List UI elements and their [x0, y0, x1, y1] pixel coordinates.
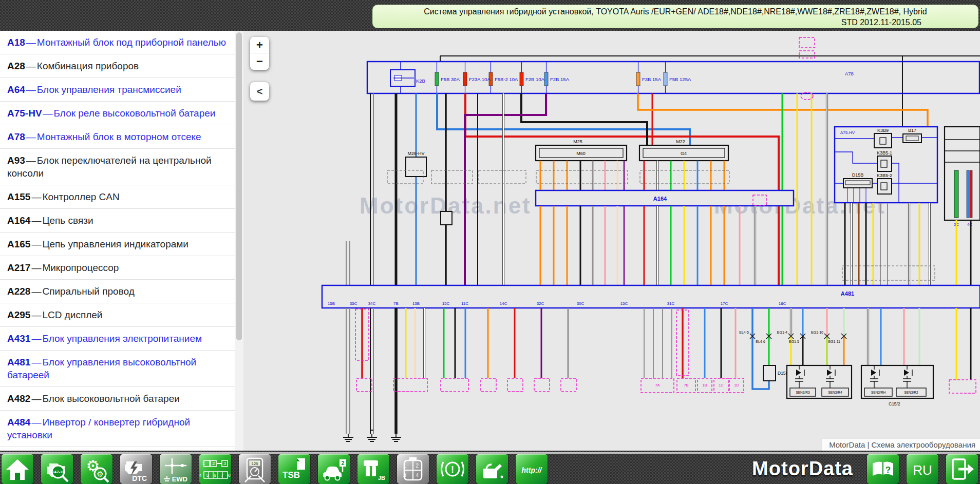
sidebar-item-a18[interactable]: A18—Монтажный блок под приборной панелью	[0, 31, 235, 54]
zoom-in-button[interactable]: +	[250, 37, 269, 53]
fuse-label: F5B 125A	[669, 76, 691, 82]
relay-k2b-label: K2B	[416, 78, 425, 84]
dtc-icon[interactable]: DTC	[120, 454, 152, 484]
connector-label: M60	[576, 151, 586, 156]
brand-logo: MotorData	[752, 458, 853, 480]
tsb-icon[interactable]: TSB	[278, 454, 310, 484]
buzzer-label: B17	[908, 128, 916, 133]
pin-label: 17C	[721, 301, 728, 306]
pin-label: 7B	[393, 301, 399, 306]
hv-box-label: A75-HV	[840, 130, 855, 135]
sidebar-item-a228: A228—Спиральный провод	[0, 280, 235, 303]
sensor-label: SEN3/R2	[904, 391, 918, 394]
svg-text:JB: JB	[378, 475, 385, 481]
vehicle-info-icon[interactable]: 2	[318, 454, 350, 484]
sensor-label: SEN3/R3	[796, 391, 809, 394]
sensor-label: SEN3/RH	[871, 391, 885, 394]
hv-conn-label: D15B	[852, 172, 864, 178]
exit-icon[interactable]	[946, 454, 978, 484]
sidebar-item-a481[interactable]: A481—Блок управления высоковольтной бата…	[0, 351, 235, 387]
language-button[interactable]: RU	[907, 454, 938, 484]
plug-label: 7A	[655, 383, 659, 388]
wiring-diagram[interactable]: MotorData.net MotorData.net K2B	[243, 31, 980, 451]
wiring-diagram-pane[interactable]: MotorData.net MotorData.net K2B	[243, 31, 980, 451]
relay-label: K3B9	[877, 128, 889, 133]
fuse-label: F23A 10A	[469, 76, 491, 82]
plug-label: 1D	[734, 383, 739, 388]
m26hv-label: M26-HV	[407, 151, 424, 156]
diagram-subtitle: STD 2012.11-2015.05	[373, 17, 978, 28]
svg-text:3 4: 3 4	[403, 473, 423, 478]
sidebar-item-a484[interactable]: A484—Инвертор / конвертер гибридной уста…	[0, 411, 235, 447]
sensor-label: SEN3/R4	[828, 391, 842, 394]
help-book-icon[interactable]: ?	[867, 454, 899, 484]
fuse-box-icon[interactable]: JB	[357, 454, 389, 484]
sidebar-item-a28: A28—Комбинация приборов	[0, 54, 235, 78]
svg-text:RU: RU	[913, 462, 932, 478]
sidebar-item-a165: A165—Цепь управления индикаторами	[0, 233, 235, 256]
pin-label: 18C	[779, 301, 786, 306]
bus-a481-label: A481	[841, 291, 854, 297]
diagram-title: Система управления гибридной установкой,…	[373, 5, 978, 17]
sidebar-item-a482: A482—Блок высоковольтной батареи	[0, 387, 235, 411]
zoom-controls: + −	[250, 37, 269, 70]
svg-text:TSB: TSB	[282, 470, 300, 480]
oil-service-icon[interactable]	[476, 454, 508, 484]
pin-label: 34C	[368, 301, 376, 306]
engine-search-icon[interactable]: 1AZ-13	[41, 454, 73, 484]
svg-text:2: 2	[341, 460, 344, 466]
multimeter-icon[interactable]: 125	[239, 454, 271, 484]
scrollbar-thumb[interactable]	[236, 32, 242, 340]
svg-text:1 2: 1 2	[202, 461, 218, 466]
pin-label: 15B	[328, 301, 335, 306]
pinout-icon[interactable]: 1 234 5 6 7 8	[199, 454, 231, 484]
plug-label: 1C	[719, 383, 724, 388]
splice-label: EL4-6	[756, 340, 765, 343]
svg-text:⚙: ⚙	[97, 470, 103, 478]
sidebar-item-a64[interactable]: A64—Блок управления трансмиссией	[0, 78, 235, 102]
pin-label: 4C	[967, 222, 972, 227]
gear-search-icon[interactable]: ⚙⚙	[81, 454, 112, 484]
ewd-icon[interactable]: EWD	[160, 454, 192, 484]
svg-text:?: ?	[885, 465, 891, 475]
splice-label: EG1-5	[789, 340, 799, 343]
sidebar-item-a93: A93—Блок переключателей на центральной к…	[0, 149, 235, 185]
connector-label: G4	[681, 151, 687, 156]
fuse-label: F5B 30A	[441, 76, 460, 82]
c15-label: C15/2	[889, 401, 900, 406]
connector-icon[interactable]: 1 23 4	[397, 454, 429, 484]
zoom-out-button[interactable]: −	[250, 53, 269, 70]
sidebar-item-a164: A164—Цепь связи	[0, 209, 235, 233]
warning-lamp-icon[interactable]: !	[437, 454, 468, 484]
pin-label: 35C	[350, 301, 357, 306]
svg-text:3: 3	[223, 461, 226, 466]
pin-label: 13B	[412, 301, 420, 306]
sidebar-item-a75hv[interactable]: A75-HV—Блок реле высоковольтной батареи	[0, 102, 235, 125]
back-button[interactable]: <	[250, 82, 269, 101]
bus-a164-label: A164	[653, 196, 667, 202]
sidebar-scrollbar[interactable]	[235, 31, 243, 451]
component-list-sidebar: A18—Монтажный блок под приборной панелью…	[0, 31, 243, 451]
svg-text:!: !	[451, 464, 454, 475]
pin-label: 14C	[500, 301, 507, 306]
plug-label: 1B	[702, 383, 707, 388]
pin-label: 30C	[577, 301, 585, 306]
sidebar-item-a431[interactable]: A431—Блок управления электропитанием	[0, 327, 235, 351]
sidebar-item-a155: A155—Контроллер CAN	[0, 185, 235, 209]
connector-label: M22	[676, 139, 685, 144]
pin-label: 11C	[461, 301, 468, 306]
sidebar-item-a295: A295—LCD дисплей	[0, 303, 235, 327]
pin-label: 15C	[442, 301, 450, 306]
svg-text:4 5 6 7 8: 4 5 6 7 8	[199, 473, 231, 478]
fuse-label: F2B 10A	[525, 76, 545, 82]
web-link-icon[interactable]: http://	[516, 454, 548, 484]
fuse-label: F3B 15A	[642, 76, 662, 82]
pin-label: 31C	[667, 301, 675, 306]
app-window: Система управления гибридной установкой,…	[0, 0, 980, 484]
svg-text:DTC: DTC	[132, 474, 147, 482]
sidebar-item-a78[interactable]: A78—Монтажный блок в моторном отсеке	[0, 125, 235, 149]
splice-label: EG1-4	[777, 331, 787, 334]
svg-text:EWD: EWD	[172, 475, 187, 483]
home-icon[interactable]	[2, 454, 33, 484]
bottom-toolbar: 1AZ-13 ⚙⚙ DTC EWD 1 234 5 6 7 8 125 TSB …	[0, 452, 980, 484]
